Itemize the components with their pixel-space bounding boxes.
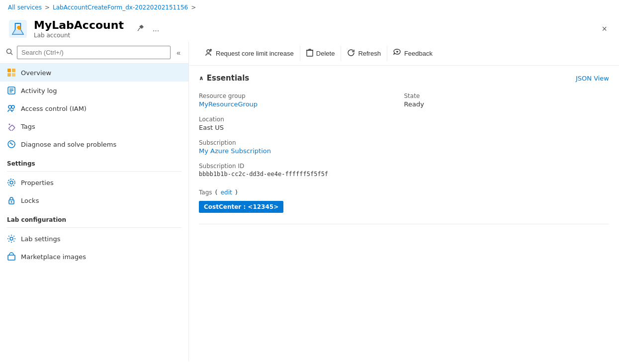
sidebar-item-diagnose-label: Diagnose and solve problems [21, 141, 116, 148]
tags-values: CostCenter : <12345> [199, 201, 609, 213]
refresh-icon [347, 49, 355, 58]
feedback-button[interactable]: Feedback [387, 46, 439, 61]
locks-icon [7, 196, 16, 205]
sidebar-item-activity-log[interactable]: Activity log [0, 82, 188, 99]
svg-rect-7 [7, 69, 11, 72]
pin-button[interactable] [135, 22, 147, 36]
search-input[interactable] [17, 46, 171, 59]
breadcrumb-sep1: > [45, 4, 50, 11]
tags-section: Tags ( edit ) CostCenter : <12345> [199, 182, 609, 216]
tags-paren-close: ) [235, 188, 238, 196]
sidebar-item-tags-label: Tags [21, 123, 35, 130]
resource-group-label: Resource group [199, 92, 404, 99]
overview-icon [7, 68, 16, 77]
essentials-title-label: Essentials [207, 74, 249, 83]
sidebar-item-diagnose[interactable]: Diagnose and solve problems [0, 135, 188, 153]
more-options-button[interactable]: ... [151, 22, 161, 35]
subscription-link[interactable]: My Azure Subscription [199, 147, 271, 155]
svg-line-6 [11, 53, 13, 55]
essentials-header: ∧ Essentials JSON View [199, 74, 609, 83]
state-label: State [404, 92, 610, 99]
collapse-essentials-icon[interactable]: ∧ [199, 75, 204, 82]
location-label: Location [199, 116, 404, 123]
properties-icon [7, 178, 16, 187]
toolbar: Request core limit increase Delete [189, 42, 619, 66]
sidebar-item-locks-label: Locks [21, 197, 39, 204]
placeholder-2 [404, 136, 610, 160]
feedback-label: Feedback [404, 50, 433, 57]
svg-point-16 [11, 105, 14, 108]
refresh-button[interactable]: Refresh [341, 46, 387, 61]
delete-label: Delete [316, 50, 335, 57]
subscription-id-value: bbbb1b1b-cc2c-dd3d-ee4e-ffffff5f5f5f [199, 171, 404, 178]
placeholder-3 [404, 160, 610, 182]
breadcrumb-resource-name[interactable]: LabAccountCreateForm_dx-20220202151156 [53, 4, 188, 11]
delete-icon [306, 49, 313, 58]
sidebar-item-iam-label: Access control (IAM) [21, 105, 87, 112]
location-item: Location East US [199, 113, 404, 136]
breadcrumb-all-services[interactable]: All services [8, 4, 42, 11]
sidebar-search-bar: « [0, 42, 188, 64]
svg-rect-9 [7, 73, 11, 77]
sidebar-item-marketplace-images[interactable]: Marketplace images [0, 248, 188, 266]
collapse-sidebar-button[interactable]: « [175, 47, 182, 59]
subscription-id-label: Subscription ID [199, 163, 404, 170]
sidebar-item-properties-label: Properties [21, 179, 54, 186]
svg-point-1 [17, 26, 20, 29]
lab-config-section-header: Lab configuration [0, 209, 188, 225]
svg-rect-17 [8, 125, 15, 131]
sidebar-item-access-control[interactable]: Access control (IAM) [0, 99, 188, 117]
sidebar-item-locks[interactable]: Locks [0, 191, 188, 209]
person-up-icon [205, 49, 213, 58]
svg-point-23 [11, 201, 12, 203]
tags-field-label: Tags [199, 189, 212, 196]
section-bottom-divider [199, 224, 609, 224]
svg-point-18 [9, 124, 10, 125]
svg-rect-25 [8, 255, 15, 260]
svg-point-24 [10, 237, 13, 240]
json-view-link[interactable]: JSON View [576, 75, 609, 82]
breadcrumb-sep2: > [191, 4, 196, 11]
request-core-limit-button[interactable]: Request core limit increase [199, 46, 300, 61]
request-core-limit-label: Request core limit increase [216, 50, 294, 57]
iam-icon [7, 104, 16, 113]
tags-paren-open: ( [215, 188, 218, 196]
essentials-title: ∧ Essentials [199, 74, 249, 83]
diagnose-icon [7, 140, 16, 149]
main-layout: « Overview [0, 42, 619, 361]
sidebar-item-overview[interactable]: Overview [0, 64, 188, 82]
close-button[interactable]: × [598, 22, 611, 36]
lab-config-divider [7, 227, 181, 228]
header-action-buttons: ... [135, 22, 161, 36]
tag-badge-costcenter: CostCenter : <12345> [199, 201, 283, 213]
svg-point-15 [8, 105, 11, 108]
sidebar-nav: Overview Activity log [0, 64, 188, 361]
header-title-block: MyLabAccount Lab account [34, 19, 124, 39]
resource-group-item: Resource group MyResourceGroup [199, 90, 404, 113]
settings-section-header: Settings [0, 153, 188, 169]
placeholder-1 [404, 113, 610, 136]
activity-log-icon [7, 86, 16, 95]
svg-rect-27 [307, 50, 313, 56]
sidebar-item-lab-settings[interactable]: Lab settings [0, 230, 188, 248]
subscription-id-item: Subscription ID bbbb1b1b-cc2c-dd3d-ee4e-… [199, 160, 404, 182]
sidebar-item-overview-label: Overview [21, 69, 51, 77]
resource-group-value: MyResourceGroup [199, 100, 404, 108]
sidebar-item-tags[interactable]: Tags [0, 117, 188, 135]
refresh-label: Refresh [358, 50, 381, 57]
tags-edit-link[interactable]: edit [221, 189, 232, 196]
location-value: East US [199, 124, 404, 131]
sidebar-item-properties[interactable]: Properties [0, 174, 188, 191]
svg-point-20 [10, 181, 13, 184]
breadcrumb: All services > LabAccountCreateForm_dx-2… [0, 0, 619, 15]
svg-point-5 [7, 49, 11, 54]
content-area: Request core limit increase Delete [189, 42, 619, 361]
lab-settings-icon [7, 234, 16, 243]
resource-group-link[interactable]: MyResourceGroup [199, 100, 258, 108]
essentials-section: ∧ Essentials JSON View Resource group My… [189, 66, 619, 224]
sidebar-item-marketplace-label: Marketplace images [21, 253, 86, 261]
delete-button[interactable]: Delete [300, 46, 342, 61]
subscription-item: Subscription My Azure Subscription [199, 136, 404, 160]
sidebar: « Overview [0, 42, 189, 361]
subscription-label: Subscription [199, 139, 404, 146]
